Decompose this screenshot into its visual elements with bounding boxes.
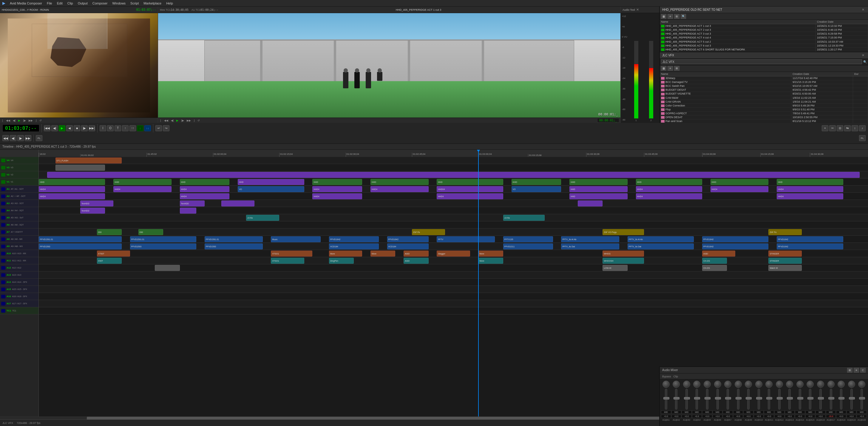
clip-A1-0[interactable]: HHD4 <box>39 186 105 192</box>
track-toggle-A6[interactable] <box>1 223 5 227</box>
btn-overwrite[interactable]: ↓↓ <box>144 125 151 131</box>
clip-A10-6[interactable]: More <box>478 251 503 256</box>
rec-btn-next[interactable]: ▶▶ <box>186 119 192 122</box>
track-toggle-A17[interactable] <box>1 302 5 305</box>
clip-A8-1[interactable]: PFVD1591.01 <box>130 236 196 242</box>
clip-A12-2[interactable]: CH-DS <box>702 265 727 271</box>
vfx-tool-2[interactable]: ≡ <box>668 66 673 71</box>
mixer-knob-1[interactable] <box>662 381 670 388</box>
mixer-knob-3[interactable] <box>683 381 690 388</box>
mixer-thumb-4[interactable] <box>694 397 700 399</box>
clip-A2-2[interactable]: HHD4 <box>312 193 362 199</box>
clip-A11-7[interactable]: STINGER <box>768 258 802 264</box>
menu-file[interactable]: Avid Media Composer <box>10 1 42 5</box>
clip-A11-2[interactable]: DingPen <box>329 258 354 264</box>
clip-A1-11[interactable]: HHD4 <box>777 186 843 192</box>
vfx-tool-1[interactable]: ▦ <box>661 66 666 71</box>
clip-A2-0[interactable]: HHD4 <box>39 193 105 199</box>
vfx-bin-row[interactable]: Flop 9/9/15 5:51:40 PM <box>660 108 868 111</box>
track-toggle-V3[interactable] <box>1 166 5 170</box>
btn-step-fw1[interactable]: |▶ <box>17 135 24 141</box>
mixer-thumb-8[interactable] <box>736 397 742 399</box>
menu-help-item[interactable]: Help <box>166 1 173 5</box>
clip-A2-6[interactable]: HHD4 <box>777 193 843 199</box>
track-toggle-A12[interactable] <box>1 266 5 270</box>
mixer-btn-3[interactable]: C <box>860 368 866 373</box>
btn-step-bk2[interactable]: ◀| <box>10 135 17 141</box>
clip-A3-3[interactable] <box>578 201 602 207</box>
source-btn-next[interactable]: ▶▶ <box>28 119 34 122</box>
clip-A10-8[interactable]: ASEI <box>702 251 735 256</box>
mixer-btn-2[interactable]: ≡ <box>854 368 859 373</box>
clip-A9-5[interactable]: PFVD1311 <box>503 243 553 249</box>
rec-btn-prev[interactable]: ◀◀ <box>163 119 169 122</box>
btn-go-end[interactable]: ▶▶| <box>89 125 95 131</box>
top-bin-close[interactable]: ✕ <box>861 8 866 12</box>
track-toggle-A2[interactable] <box>1 194 5 198</box>
track-toggle-A8[interactable] <box>1 238 5 241</box>
clip-A7-1[interactable]: 090 <box>138 229 163 235</box>
clip-A8-4[interactable]: PFVD1642 <box>329 236 379 242</box>
clip-A10-0[interactable]: XT50T <box>97 251 130 256</box>
btn-mark-clip[interactable]: T <box>115 125 121 131</box>
clip-A8-5[interactable]: PFVD1642 <box>387 236 429 242</box>
track-toggle-A11[interactable] <box>1 259 5 263</box>
mixer-thumb-10[interactable] <box>756 397 762 399</box>
bin-tool-icon2[interactable]: ≡ <box>668 14 673 19</box>
vfx-bin-row[interactable]: CAM B&W 1/6/16 11:02:23 AM <box>660 96 868 100</box>
mixer-knob-17[interactable] <box>828 381 835 388</box>
rec-btn-mark-out[interactable]: ⌋ <box>193 119 196 122</box>
menu-composer-item[interactable]: Composer <box>92 1 108 5</box>
mixer-thumb-3[interactable] <box>684 397 690 399</box>
clip-A7-0[interactable]: 090 <box>97 229 122 235</box>
clip-A10-1[interactable]: XTSO1 <box>271 251 312 256</box>
mixer-thumb-19[interactable] <box>849 397 855 399</box>
bin-row[interactable]: HHD_405_PEPPERIDGE ACT 6 cut 3 10/26/21 … <box>660 43 868 48</box>
clip-A1-6[interactable]: HHD04 <box>437 186 503 192</box>
clip-V1-2[interactable]: HHD <box>180 179 230 185</box>
clip-A11-4[interactable]: More <box>478 258 503 264</box>
clip-A11-1[interactable]: XTSO1 <box>271 258 304 264</box>
vfx-bin-row[interactable]: BCC Damaged TV 9/21/15 3:15:20 PM <box>660 80 868 84</box>
bin-row[interactable]: HHD_405_PEPPERIDGE ACT 4 cut 4 10/26/21 … <box>660 36 868 40</box>
mixer-knob-19[interactable] <box>848 381 855 388</box>
source-btn-step-back[interactable]: ◀| <box>12 119 17 122</box>
clip-A9-4[interactable]: XCD184 <box>387 243 429 249</box>
clip-A4-1[interactable] <box>180 208 196 214</box>
mixer-thumb-11[interactable] <box>766 397 772 399</box>
clip-V1-10[interactable]: HHD <box>711 179 769 185</box>
mixer-knob-13[interactable] <box>786 381 793 388</box>
rec-btn-step-fwd[interactable]: |▶ <box>180 119 185 122</box>
clip-A10-5[interactable]: Stagger <box>437 251 470 256</box>
menu-edit-item[interactable]: Edit <box>57 1 63 5</box>
mixer-thumb-5[interactable] <box>705 397 711 399</box>
clip-A12-3[interactable]: Match M <box>768 265 802 271</box>
clip-A9-7[interactable]: PFTV_Its Dat <box>628 243 694 249</box>
clip-A11-3[interactable]: ASEI <box>404 258 428 264</box>
mixer-knob-12[interactable] <box>776 381 783 388</box>
clip-A12-0[interactable] <box>155 265 180 271</box>
clip-A11-0[interactable]: X50T <box>97 258 122 264</box>
mixer-knob-14[interactable] <box>797 381 804 388</box>
track-toggle-A10[interactable] <box>1 252 5 255</box>
track-toggle-A9[interactable] <box>1 245 5 248</box>
btn-pl2[interactable]: PL <box>859 135 866 141</box>
mixer-thumb-1[interactable] <box>663 397 669 399</box>
btn-next-mark[interactable]: |▶ <box>81 125 88 131</box>
clip-A8-9[interactable]: PFTV_Its Al Ab <box>628 236 694 242</box>
mixer-knob-8[interactable] <box>735 381 742 388</box>
mixer-thumb-14[interactable] <box>797 397 803 399</box>
vfx-bin-row[interactable]: BCC Swish Pan 9/22/15 10:05:57 AM <box>660 84 868 88</box>
clip-V2-0[interactable] <box>47 172 860 178</box>
rec-btn-play[interactable]: ▶ <box>176 119 179 122</box>
btn-trim[interactable]: ✂ <box>829 125 836 131</box>
vfx-bin-row[interactable]: BUDGET VIGNETTE 8/20/21 6:50:00 AM <box>660 92 868 96</box>
mixer-knob-5[interactable] <box>704 381 711 388</box>
clip-A1-10[interactable]: HHD4 <box>711 186 769 192</box>
clip-A2-1[interactable]: HHD4 <box>180 193 230 199</box>
clip-A2-4[interactable]: HHD <box>569 193 628 199</box>
clip-A9-2[interactable]: PFVD1593 <box>205 243 263 249</box>
clip-A7-4[interactable]: ZhF Pe <box>768 229 802 235</box>
mixer-thumb-7[interactable] <box>725 397 731 399</box>
source-btn-mark-in[interactable]: ⌊ <box>1 119 4 122</box>
